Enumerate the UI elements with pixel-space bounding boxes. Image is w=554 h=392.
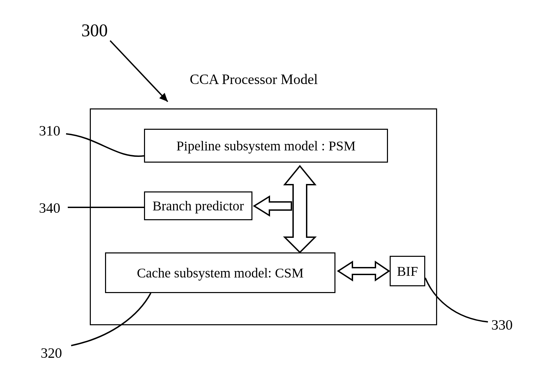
- diagram-canvas: CCA Processor Model 300 310 340 320 330 …: [0, 0, 554, 392]
- ref-branch: 340: [39, 200, 60, 216]
- branch-predictor-block: Branch predictor: [144, 191, 252, 220]
- svg-line-0: [110, 41, 168, 102]
- diagram-title: CCA Processor Model: [190, 71, 318, 87]
- ref-csm: 320: [41, 345, 62, 361]
- leader-arrow-300: [110, 41, 168, 102]
- ref-main: 300: [81, 20, 108, 40]
- psm-block: Pipeline subsystem model : PSM: [144, 129, 388, 163]
- ref-bif: 330: [491, 317, 513, 333]
- svg-marker-1: [159, 93, 168, 102]
- csm-block: Cache subsystem model: CSM: [105, 252, 335, 293]
- bif-block: BIF: [390, 256, 425, 286]
- ref-psm: 310: [39, 123, 60, 139]
